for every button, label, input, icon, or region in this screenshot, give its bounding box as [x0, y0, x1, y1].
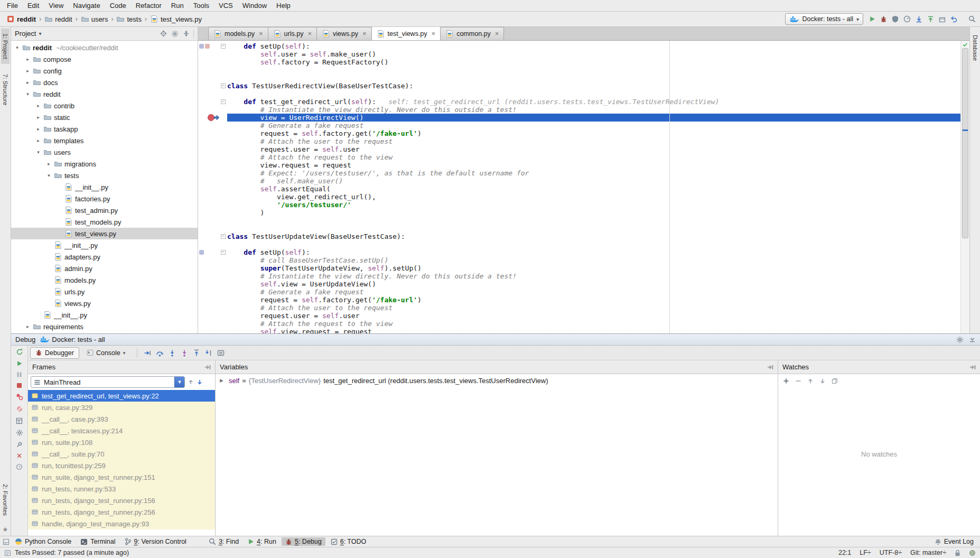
- tree-item-__init__-py[interactable]: __init__.py: [11, 181, 198, 193]
- gutter-cell[interactable]: [198, 50, 227, 58]
- gutter-cell[interactable]: [198, 193, 227, 201]
- tree-chevron-right-icon[interactable]: ▸: [34, 138, 42, 143]
- debug-tab-console[interactable]: Console▾: [81, 347, 130, 359]
- tool-window-button-6-todo[interactable]: 6: TODO: [327, 537, 370, 546]
- gutter-cell[interactable]: −: [198, 82, 227, 90]
- tree-item-test_admin-py[interactable]: test_admin.py: [11, 204, 198, 216]
- gutter-cell[interactable]: [198, 209, 227, 217]
- menu-item-refactor[interactable]: Refactor: [131, 0, 166, 11]
- code-line[interactable]: # Instantiate the view directly. Never d…: [198, 272, 960, 280]
- chevron-down-icon[interactable]: ▼: [174, 377, 184, 387]
- tree-item-models-py[interactable]: models.py: [11, 274, 198, 286]
- menu-item-navigate[interactable]: Navigate: [68, 0, 105, 11]
- tree-item-urls-py[interactable]: urls.py: [11, 286, 198, 297]
- menu-item-tools[interactable]: Tools: [189, 0, 214, 11]
- hide-debug-panel-icon[interactable]: [969, 336, 976, 343]
- scroll-to-end-icon[interactable]: [204, 364, 211, 370]
- code-line[interactable]: self.assertEqual(: [198, 185, 960, 193]
- breadcrumb-item[interactable]: tests: [114, 14, 143, 24]
- code-line[interactable]: self.view.request = request: [198, 328, 960, 333]
- tree-chevron-right-icon[interactable]: ▸: [45, 161, 53, 166]
- close-tab-icon[interactable]: ×: [307, 31, 312, 36]
- code-line[interactable]: view.request = request: [198, 161, 960, 169]
- gutter-cell[interactable]: [198, 225, 227, 232]
- menu-item-file[interactable]: File: [2, 0, 23, 11]
- code-line[interactable]: request.user = self.user: [198, 145, 960, 153]
- frame-row[interactable]: __call__, case.py:393: [28, 413, 215, 425]
- project-panel-title[interactable]: Project: [15, 30, 36, 38]
- editor[interactable]: − def setUp(self): self.user = self.make…: [198, 41, 969, 333]
- tree-item-contrib[interactable]: ▸contrib: [11, 100, 198, 111]
- scrollbar-thumb[interactable]: [962, 48, 968, 238]
- code-line[interactable]: [198, 66, 960, 74]
- breadcrumb-item[interactable]: users: [79, 14, 110, 24]
- gutter-cell[interactable]: [198, 122, 227, 129]
- project-options-icon[interactable]: [171, 30, 179, 38]
- gutter-cell[interactable]: [198, 296, 227, 304]
- close-tab-icon[interactable]: ×: [259, 31, 263, 36]
- tree-item-test_views-py[interactable]: test_views.py: [11, 228, 198, 239]
- collapse-all-icon[interactable]: [183, 30, 190, 37]
- code-line[interactable]: request.user = self.user: [198, 312, 960, 320]
- update-project-icon[interactable]: [916, 16, 922, 23]
- code-line[interactable]: [198, 74, 960, 82]
- menu-item-help[interactable]: Help: [272, 0, 295, 11]
- tool-stripe-button-1-project[interactable]: 1: Project: [1, 29, 10, 64]
- menu-item-code[interactable]: Code: [105, 0, 131, 11]
- gutter-cell[interactable]: [198, 201, 227, 209]
- tree-item-tests[interactable]: ▾tests: [11, 170, 198, 181]
- tree-chevron-right-icon[interactable]: ▸: [34, 115, 42, 120]
- editor-tab-models-py[interactable]: models.py×: [208, 27, 268, 40]
- code-line[interactable]: [198, 217, 960, 225]
- gutter-cell[interactable]: [198, 240, 227, 248]
- code-line[interactable]: self.view = UserUpdateView(): [198, 280, 960, 288]
- tool-window-button-python-console[interactable]: Python Console: [11, 537, 75, 546]
- tree-item-users[interactable]: ▾users: [11, 146, 198, 158]
- gutter-cell[interactable]: [198, 288, 227, 296]
- tree-item-taskapp[interactable]: ▸taskapp: [11, 123, 198, 135]
- close-tab-icon[interactable]: ×: [432, 31, 436, 36]
- tree-chevron-right-icon[interactable]: ▸: [34, 103, 42, 108]
- tool-window-button-event-log[interactable]: Event Log: [931, 537, 977, 546]
- gutter-cell[interactable]: [198, 169, 227, 177]
- editor-tab-common-py[interactable]: common.py×: [440, 27, 504, 40]
- debug-icon[interactable]: [880, 16, 887, 23]
- code-line[interactable]: − def setUp(self):: [198, 42, 960, 50]
- gutter-cell[interactable]: [198, 264, 227, 272]
- code-line[interactable]: # Attach the user to the request: [198, 137, 960, 145]
- gutter-cell[interactable]: [198, 74, 227, 82]
- tree-chevron-right-icon[interactable]: ▸: [24, 324, 32, 329]
- status-widget[interactable]: Git: master÷: [910, 549, 946, 556]
- breadcrumb-item[interactable]: test_views.py: [148, 14, 204, 24]
- tree-item-compose[interactable]: ▸compose: [11, 53, 198, 65]
- pin-tab-icon[interactable]: [16, 441, 23, 448]
- tree-item-static[interactable]: ▸static: [11, 111, 198, 123]
- code-line[interactable]: −class TestUserRedirectView(BaseUserTest…: [198, 82, 960, 90]
- breadcrumb-item[interactable]: reddit: [4, 14, 38, 24]
- commit-changes-icon[interactable]: [927, 16, 934, 23]
- fold-marker-icon[interactable]: −: [221, 83, 226, 88]
- code-line[interactable]: # Expect: '/users/testuser/', as that is…: [198, 169, 960, 177]
- menu-item-run[interactable]: Run: [166, 0, 189, 11]
- restore-layout-icon[interactable]: [16, 417, 23, 424]
- remove-watch-icon[interactable]: [795, 378, 801, 384]
- menu-item-vcs[interactable]: VCS: [214, 0, 238, 11]
- show-execution-point-icon[interactable]: [144, 349, 151, 357]
- stop-icon[interactable]: [16, 383, 22, 388]
- tree-item-adapters-py[interactable]: adapters.py: [11, 251, 198, 263]
- status-widget[interactable]: LF÷: [860, 549, 871, 556]
- tool-stripe-button-2-favorites[interactable]: 2: Favorites: [1, 479, 10, 520]
- frame-row[interactable]: run, suite.py:108: [28, 436, 215, 448]
- gutter-cell[interactable]: [198, 217, 227, 225]
- move-watch-up-icon[interactable]: [807, 378, 814, 384]
- editor-scrollbar[interactable]: [960, 41, 969, 333]
- editor-tab-views-py[interactable]: views.py×: [316, 27, 372, 40]
- step-out-icon[interactable]: [193, 349, 200, 357]
- gutter-cell[interactable]: [198, 272, 227, 280]
- tree-chevron-down-icon[interactable]: ▾: [13, 45, 21, 50]
- tree-chevron-down-icon[interactable]: ▾: [34, 150, 42, 155]
- tree-item-factories-py[interactable]: factories.py: [11, 193, 198, 204]
- code-line[interactable]: ): [198, 209, 960, 217]
- debug-tab-debugger[interactable]: Debugger: [30, 347, 79, 359]
- gutter-cell[interactable]: [198, 114, 227, 122]
